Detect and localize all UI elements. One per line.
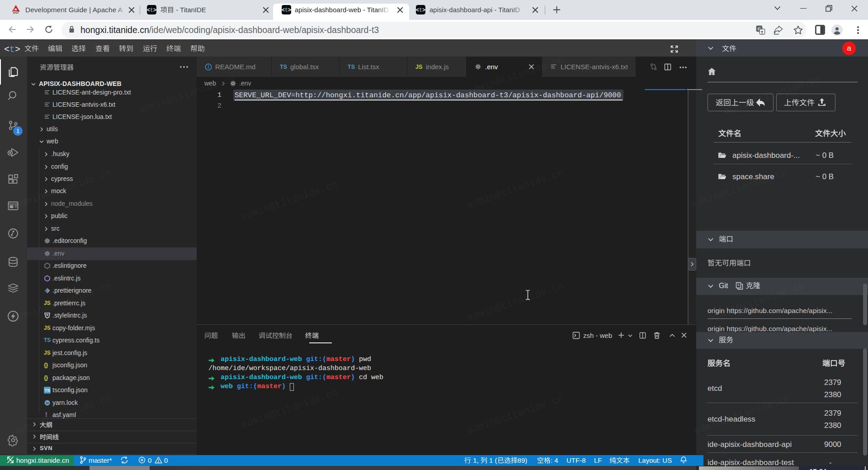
svg-text:<t>: <t>	[282, 7, 291, 14]
svg-text:<t>: <t>	[416, 7, 425, 14]
svg-text:<t>: <t>	[147, 7, 156, 14]
svg-text:APISIX: APISIX	[13, 12, 19, 14]
